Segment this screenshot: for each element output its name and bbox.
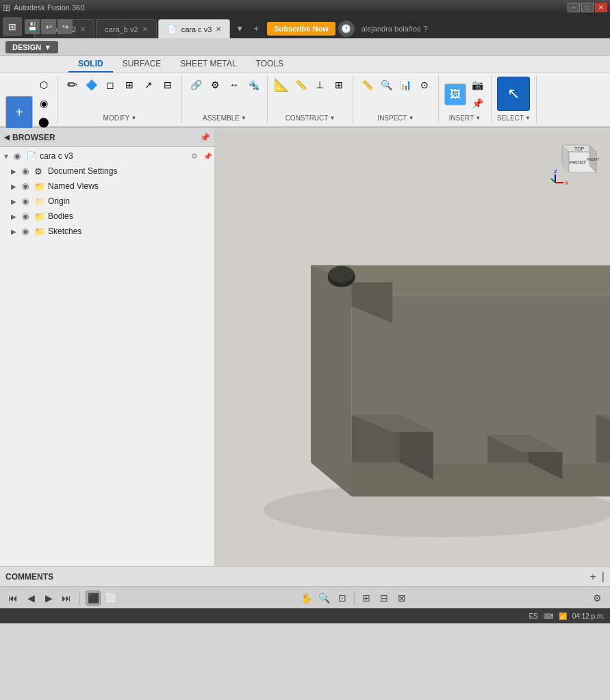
inspect-icons: 📏 🔍 📊 ⊙	[359, 77, 433, 93]
assemble-contact-icon[interactable]: 🔩	[245, 77, 262, 93]
app-menu-button[interactable]: ⊞	[3, 17, 22, 36]
eye-icon[interactable]: ◉	[22, 181, 31, 191]
viewcube-right-label: RIGHT	[587, 157, 600, 161]
tab-close-icon[interactable]: ✕	[216, 25, 221, 33]
tab-dropdown-button[interactable]: ▼	[231, 21, 248, 37]
inspect-curvature-icon[interactable]: 📊	[397, 77, 414, 93]
create-extrude-icon[interactable]: ⬡	[36, 77, 52, 93]
assemble-group-label[interactable]: ASSEMBLE ▼	[203, 114, 246, 122]
construct-icons: 📐 📏 ⊥ ⊞	[273, 77, 347, 93]
viewport[interactable]: TOP FRONT RIGHT Z X	[216, 128, 610, 566]
browser-item-sketches[interactable]: ▶ ◉ 📁 Sketches	[0, 224, 214, 239]
assemble-caret-icon: ▼	[241, 115, 246, 121]
browser-item-bodies[interactable]: ▶ ◉ 📁 Bodies	[0, 209, 214, 224]
assemble-new-icon[interactable]: 🔗	[188, 77, 204, 93]
insert-image-icon[interactable]: 🖼	[444, 83, 466, 105]
insert-group-label[interactable]: INSERT ▼	[449, 114, 481, 122]
tabbar-actions: Subscribe Now 🕐 alejandra bolaños ?	[267, 21, 427, 37]
modify-press-pull-icon[interactable]: ✏	[64, 77, 80, 93]
modify-shell-icon[interactable]: ◻	[102, 77, 118, 93]
new-tab-button[interactable]: +	[248, 21, 264, 37]
inspect-interference-icon[interactable]: 🔍	[378, 77, 394, 93]
zoom-tool-button[interactable]: 🔍	[317, 591, 332, 606]
bodies-folder-icon: 📁	[34, 211, 45, 222]
item-pin-icon[interactable]: 📌	[203, 153, 212, 160]
inspect-zebra-icon[interactable]: ⊙	[416, 77, 433, 93]
fit-tool-button[interactable]: ⊡	[335, 591, 350, 606]
orbit-tool-button[interactable]: ✋	[299, 591, 314, 606]
create-revolve-icon[interactable]: ◉	[36, 95, 52, 112]
tab-surface[interactable]: SURFACE	[113, 56, 171, 73]
insert-canvas-icon[interactable]: 📷	[469, 77, 485, 93]
toolbar-area: DESIGN ▼ SOLID SURFACE SHEET METAL TOOLS…	[0, 38, 610, 128]
modify-combine-icon[interactable]: ⊞	[121, 77, 138, 93]
browser-item-doc-settings[interactable]: ▶ ◉ ⚙ Document Settings	[0, 164, 214, 179]
browser-pin-icon[interactable]: 📌	[200, 133, 210, 142]
construct-point-icon[interactable]: ⊥	[312, 77, 328, 93]
skip-back-button[interactable]: ⏮	[5, 591, 21, 606]
grid-tool-button[interactable]: ⊞	[359, 591, 374, 606]
minimize-button[interactable]: ─	[568, 3, 580, 12]
sketch-mode-button[interactable]: ⬜	[103, 591, 118, 606]
tab-cara-c-v3[interactable]: 📄 cara c v3 ✕	[158, 19, 231, 38]
undo-button[interactable]: ↩	[41, 19, 56, 34]
display-settings-button[interactable]: ⊟	[377, 591, 392, 606]
maximize-button[interactable]: □	[581, 3, 594, 12]
tab-cara-b-v2[interactable]: cara_b v2 ✕	[96, 19, 156, 38]
modify-fillet-icon[interactable]: 🔷	[83, 77, 99, 93]
visual-style-button[interactable]: ⊠	[394, 591, 409, 606]
comments-add-icon[interactable]: +	[590, 571, 596, 583]
construct-plane-icon[interactable]: 📐	[273, 77, 290, 93]
construct-axis-icon[interactable]: 📏	[292, 77, 309, 93]
subscribe-button[interactable]: Subscribe Now	[267, 22, 335, 36]
notch-br	[596, 415, 610, 463]
eye-icon[interactable]: ◉	[14, 151, 23, 161]
settings-icon[interactable]: ⚙	[191, 152, 201, 161]
browser-item-root[interactable]: ▼ ◉ 📄 cara c v3 ⚙ 📌	[0, 148, 214, 164]
time-label: 04:12 p.m.	[572, 612, 605, 620]
tab-sheet-metal[interactable]: SHEET METAL	[170, 56, 246, 73]
step-back-button[interactable]: ◀	[23, 591, 38, 606]
play-button[interactable]: ▶	[41, 591, 56, 606]
select-group-label[interactable]: SELECT ▼	[497, 114, 531, 122]
user-name: alejandra bolaños	[361, 25, 421, 33]
browser-collapse-icon[interactable]: ◀	[4, 133, 10, 141]
save-button[interactable]: 💾	[25, 19, 40, 34]
close-button[interactable]: ✕	[595, 3, 607, 12]
browser-item-named-views[interactable]: ▶ ◉ 📁 Named Views	[0, 179, 214, 194]
tab-close-icon[interactable]: ✕	[142, 25, 148, 33]
inspect-measure-icon[interactable]: 📏	[359, 77, 375, 93]
modify-group-label[interactable]: MODIFY ▼	[103, 114, 137, 122]
inspect-group-label[interactable]: INSPECT ▼	[377, 114, 414, 122]
assemble-joint-icon[interactable]: ⚙	[207, 77, 223, 93]
select-caret-icon: ▼	[525, 115, 531, 121]
tab-tools[interactable]: TOOLS	[246, 56, 293, 73]
tab-solid[interactable]: SOLID	[68, 56, 113, 73]
modify-scale-icon[interactable]: ↗	[140, 77, 157, 93]
eye-icon[interactable]: ◉	[22, 166, 31, 176]
eye-icon[interactable]: ◉	[22, 211, 31, 221]
viewcube[interactable]: TOP FRONT RIGHT Z X	[548, 135, 603, 190]
assemble-motion-icon[interactable]: ↔	[226, 77, 242, 93]
browser-title: BROWSER	[12, 133, 55, 142]
browser-item-origin[interactable]: ▶ ◉ 📁 Origin	[0, 194, 214, 209]
select-mode-button[interactable]: ⬛	[86, 591, 101, 606]
construct-group-label[interactable]: CONSTRUCT ▼	[285, 114, 335, 122]
eye-icon[interactable]: ◉	[22, 196, 31, 206]
design-button[interactable]: DESIGN ▼	[5, 41, 58, 53]
tab-close-icon[interactable]: ✕	[80, 25, 86, 33]
modify-split-icon[interactable]: ⊟	[160, 77, 176, 93]
redo-button[interactable]: ↪	[58, 19, 73, 34]
eye-icon[interactable]: ◉	[22, 226, 31, 236]
insert-decal-icon[interactable]: 📌	[469, 95, 485, 112]
viewcube-top-label: TOP	[574, 146, 585, 151]
help-icon[interactable]: ?	[424, 25, 428, 33]
construct-midplane-icon[interactable]: ⊞	[331, 77, 347, 93]
file-icon: 📄	[26, 151, 37, 161]
select-icon[interactable]: ↖	[497, 77, 530, 111]
viewport-settings-button[interactable]: ⚙	[589, 591, 605, 606]
status-time: 04:12 p.m.	[572, 612, 605, 620]
create-new-icon[interactable]: +	[5, 96, 33, 130]
titlebar-controls: ─ □ ✕	[568, 3, 607, 12]
step-forward-button[interactable]: ⏭	[59, 591, 74, 606]
